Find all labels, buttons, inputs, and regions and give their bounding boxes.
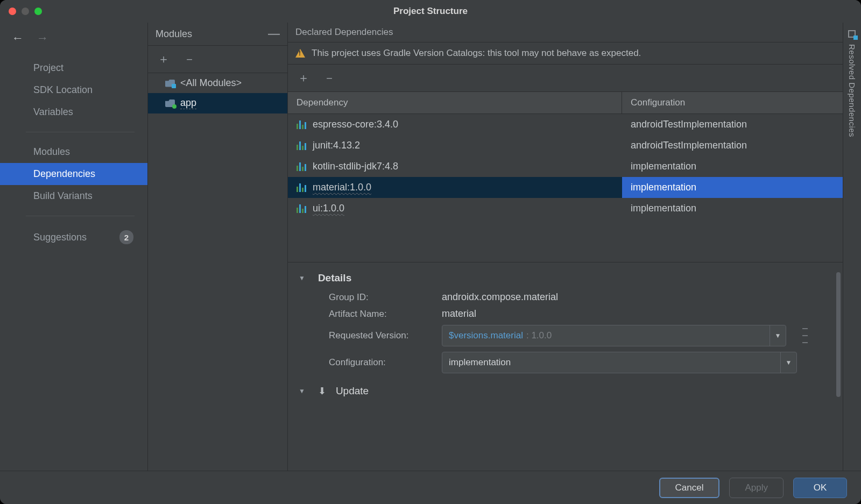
chevron-down-icon[interactable]: ▼ [780,352,796,373]
cancel-button[interactable]: Cancel [659,478,720,498]
requested-version-combo[interactable]: $versions.material : 1.0.0 ▼ [442,325,786,346]
resolved-dependencies-sidebar[interactable]: Resolved Dependencies [843,23,861,471]
resolved-icon [848,30,857,39]
collapse-icon[interactable]: — [268,27,280,41]
module-row-app[interactable]: app [148,93,287,113]
details-heading: Details [318,272,351,284]
chevron-down-icon[interactable]: ▼ [770,325,786,346]
nav-label: Suggestions [33,232,87,243]
remove-module-icon[interactable]: － [184,51,195,67]
back-icon[interactable]: ← [12,31,24,45]
close-window-icon[interactable] [9,8,16,15]
warning-icon [295,49,305,58]
module-label: app [180,97,196,109]
group-id-value: androidx.compose.material [442,292,558,303]
dependency-row[interactable]: material:1.0.0implementation [288,177,843,198]
version-resolved: : 1.0.0 [526,330,552,341]
add-module-icon[interactable]: ＋ [158,51,170,67]
modules-header: Modules — [148,23,287,46]
dependency-name-cell: kotlin-stdlib-jdk7:4.8 [288,156,622,177]
resolved-label: Resolved Dependencies [848,44,857,137]
main-center: Declared Dependencies This project uses … [288,23,843,471]
dependency-row[interactable]: kotlin-stdlib-jdk7:4.8implementation [288,156,843,177]
nav-label: Variables [33,107,73,118]
dependency-name-cell: ui:1.0.0 [288,198,622,219]
details-grid: Group ID: androidx.compose.material Arti… [329,292,832,373]
dependency-configuration: implementation [622,156,843,177]
titlebar: Project Structure [0,0,861,23]
folder-icon [165,100,175,107]
column-header-dependency[interactable]: Dependency [288,92,622,113]
modules-panel: Modules — ＋ － <All Modules> app [148,23,288,471]
module-row-all[interactable]: <All Modules> [148,73,287,93]
left-nav: ← → Project SDK Location Variables Modul… [0,23,148,471]
nav-item-variables[interactable]: Variables [0,101,147,123]
chevron-down-icon[interactable]: ▼ [299,274,305,282]
details-heading-line[interactable]: ▼ Details [299,272,832,284]
add-dependency-icon[interactable]: ＋ [298,70,309,86]
dependency-spacer [288,219,843,262]
artifact-name-value: material [442,308,476,320]
configuration-value: implementation [449,357,511,368]
forward-icon: → [37,31,48,45]
traffic-lights [9,8,42,15]
chevron-down-icon[interactable]: ▼ [299,387,305,395]
library-icon [297,204,306,213]
update-heading-line[interactable]: ▼ ⬇ Update [299,385,832,397]
library-icon [297,183,306,192]
nav-label: Modules [33,146,70,158]
window-title: Project Structure [393,6,468,17]
nav-item-suggestions[interactable]: Suggestions 2 [0,225,147,250]
download-icon: ⬇ [318,385,326,397]
apply-button: Apply [729,478,784,498]
modules-toolbar: ＋ － [148,46,287,73]
library-icon [297,120,306,129]
dependency-toolbar: ＋ － [288,65,843,92]
library-icon [297,141,306,150]
nav-item-project[interactable]: Project [0,57,147,79]
dependency-name-cell: espresso-core:3.4.0 [288,114,622,135]
dependency-name: kotlin-stdlib-jdk7:4.8 [313,161,398,172]
dependency-configuration: implementation [622,177,843,198]
column-header-configuration[interactable]: Configuration [622,92,843,113]
dependency-name: material:1.0.0 [313,182,371,193]
nav-separator [26,132,135,132]
dependency-row[interactable]: junit:4.13.2androidTestImplementation [288,135,843,156]
nav-history-arrows: ← → [0,26,147,55]
dependency-configuration: androidTestImplementation [622,114,843,135]
window-body: ← → Project SDK Location Variables Modul… [0,23,861,471]
nav-item-sdk-location[interactable]: SDK Location [0,79,147,101]
dependency-rows: espresso-core:3.4.0androidTestImplementa… [288,114,843,219]
library-icon [297,162,306,171]
dependency-configuration: androidTestImplementation [622,135,843,156]
main-area: Declared Dependencies This project uses … [288,23,861,471]
minimize-window-icon [22,8,29,15]
details-panel: ▼ Details Group ID: androidx.compose.mat… [288,262,843,407]
nav-item-dependencies[interactable]: Dependencies [0,163,147,185]
zoom-window-icon[interactable] [34,8,42,15]
ok-button[interactable]: OK [793,478,847,498]
configuration-label: Configuration: [329,357,431,368]
nav-separator [26,216,135,216]
nav-item-modules[interactable]: Modules [0,141,147,163]
scrollbar[interactable] [836,272,841,397]
dependency-configuration: implementation [622,198,843,219]
modules-title: Modules [156,29,192,40]
dependency-name: ui:1.0.0 [313,203,344,214]
dependency-row[interactable]: ui:1.0.0implementation [288,198,843,219]
warning-message: This project uses Gradle Version Catalog… [312,48,641,59]
dependency-name-cell: material:1.0.0 [288,177,622,198]
folder-icon [165,80,175,87]
configuration-combo[interactable]: implementation ▼ [442,352,797,373]
remove-dependency-icon[interactable]: － [323,70,335,86]
nav-item-build-variants[interactable]: Build Variants [0,185,147,207]
dialog-footer: Cancel Apply OK [0,471,861,504]
suggestions-count-badge: 2 [119,230,133,244]
nav-label: Build Variants [33,190,93,202]
module-label: <All Modules> [180,77,242,89]
dependency-row[interactable]: espresso-core:3.4.0androidTestImplementa… [288,114,843,135]
drag-handle-icon[interactable] [802,325,808,346]
requested-version-label: Requested Version: [329,330,431,341]
nav-label: SDK Location [33,84,93,96]
dependency-name: junit:4.13.2 [313,140,360,151]
